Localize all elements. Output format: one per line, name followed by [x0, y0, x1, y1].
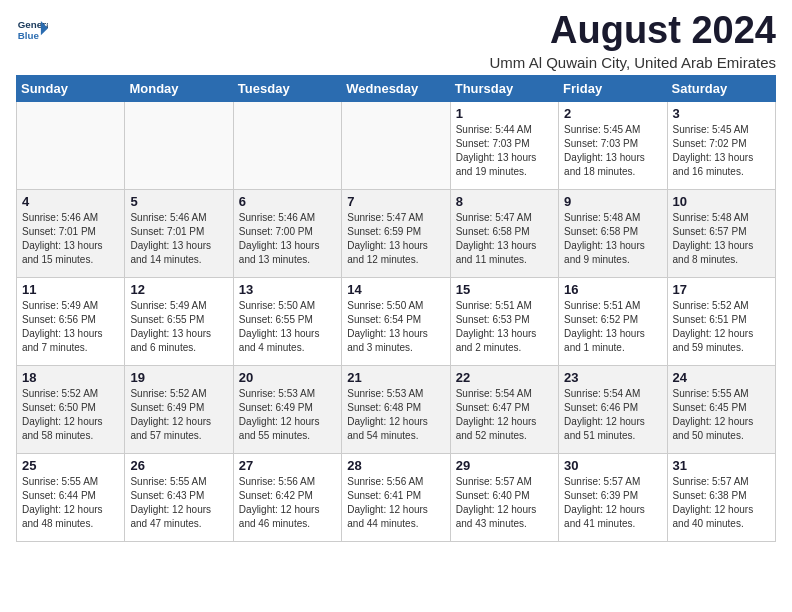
calendar-cell: 1Sunrise: 5:44 AM Sunset: 7:03 PM Daylig…	[450, 101, 558, 189]
calendar-cell: 15Sunrise: 5:51 AM Sunset: 6:53 PM Dayli…	[450, 277, 558, 365]
calendar-cell: 21Sunrise: 5:53 AM Sunset: 6:48 PM Dayli…	[342, 365, 450, 453]
day-info: Sunrise: 5:48 AM Sunset: 6:57 PM Dayligh…	[673, 211, 770, 267]
calendar-cell: 18Sunrise: 5:52 AM Sunset: 6:50 PM Dayli…	[17, 365, 125, 453]
calendar-cell: 20Sunrise: 5:53 AM Sunset: 6:49 PM Dayli…	[233, 365, 341, 453]
day-info: Sunrise: 5:46 AM Sunset: 7:00 PM Dayligh…	[239, 211, 336, 267]
day-number: 21	[347, 370, 444, 385]
calendar-week-row: 1Sunrise: 5:44 AM Sunset: 7:03 PM Daylig…	[17, 101, 776, 189]
month-year-title: August 2024	[490, 10, 776, 52]
day-number: 30	[564, 458, 661, 473]
day-number: 5	[130, 194, 227, 209]
calendar-cell: 13Sunrise: 5:50 AM Sunset: 6:55 PM Dayli…	[233, 277, 341, 365]
calendar-cell	[342, 101, 450, 189]
day-info: Sunrise: 5:54 AM Sunset: 6:47 PM Dayligh…	[456, 387, 553, 443]
calendar-table: SundayMondayTuesdayWednesdayThursdayFrid…	[16, 75, 776, 542]
weekday-header-friday: Friday	[559, 75, 667, 101]
day-number: 19	[130, 370, 227, 385]
day-number: 1	[456, 106, 553, 121]
day-info: Sunrise: 5:50 AM Sunset: 6:54 PM Dayligh…	[347, 299, 444, 355]
calendar-cell: 7Sunrise: 5:47 AM Sunset: 6:59 PM Daylig…	[342, 189, 450, 277]
svg-text:Blue: Blue	[18, 30, 40, 41]
logo: General Blue	[16, 10, 48, 46]
day-number: 14	[347, 282, 444, 297]
day-number: 8	[456, 194, 553, 209]
day-number: 6	[239, 194, 336, 209]
calendar-body: 1Sunrise: 5:44 AM Sunset: 7:03 PM Daylig…	[17, 101, 776, 541]
day-info: Sunrise: 5:46 AM Sunset: 7:01 PM Dayligh…	[22, 211, 119, 267]
day-info: Sunrise: 5:53 AM Sunset: 6:49 PM Dayligh…	[239, 387, 336, 443]
day-info: Sunrise: 5:51 AM Sunset: 6:53 PM Dayligh…	[456, 299, 553, 355]
day-info: Sunrise: 5:57 AM Sunset: 6:39 PM Dayligh…	[564, 475, 661, 531]
day-info: Sunrise: 5:48 AM Sunset: 6:58 PM Dayligh…	[564, 211, 661, 267]
day-number: 31	[673, 458, 770, 473]
calendar-cell: 11Sunrise: 5:49 AM Sunset: 6:56 PM Dayli…	[17, 277, 125, 365]
calendar-cell: 19Sunrise: 5:52 AM Sunset: 6:49 PM Dayli…	[125, 365, 233, 453]
calendar-cell: 31Sunrise: 5:57 AM Sunset: 6:38 PM Dayli…	[667, 453, 775, 541]
day-info: Sunrise: 5:49 AM Sunset: 6:56 PM Dayligh…	[22, 299, 119, 355]
day-number: 26	[130, 458, 227, 473]
day-info: Sunrise: 5:46 AM Sunset: 7:01 PM Dayligh…	[130, 211, 227, 267]
day-number: 16	[564, 282, 661, 297]
day-info: Sunrise: 5:55 AM Sunset: 6:45 PM Dayligh…	[673, 387, 770, 443]
logo-icon: General Blue	[16, 14, 48, 46]
day-info: Sunrise: 5:56 AM Sunset: 6:42 PM Dayligh…	[239, 475, 336, 531]
day-info: Sunrise: 5:55 AM Sunset: 6:44 PM Dayligh…	[22, 475, 119, 531]
day-number: 22	[456, 370, 553, 385]
day-info: Sunrise: 5:57 AM Sunset: 6:40 PM Dayligh…	[456, 475, 553, 531]
day-info: Sunrise: 5:51 AM Sunset: 6:52 PM Dayligh…	[564, 299, 661, 355]
calendar-week-row: 11Sunrise: 5:49 AM Sunset: 6:56 PM Dayli…	[17, 277, 776, 365]
weekday-header-tuesday: Tuesday	[233, 75, 341, 101]
day-number: 15	[456, 282, 553, 297]
calendar-cell	[125, 101, 233, 189]
day-info: Sunrise: 5:47 AM Sunset: 6:59 PM Dayligh…	[347, 211, 444, 267]
page-header: General Blue August 2024 Umm Al Quwain C…	[16, 10, 776, 71]
day-info: Sunrise: 5:55 AM Sunset: 6:43 PM Dayligh…	[130, 475, 227, 531]
calendar-cell: 5Sunrise: 5:46 AM Sunset: 7:01 PM Daylig…	[125, 189, 233, 277]
day-number: 18	[22, 370, 119, 385]
calendar-cell: 22Sunrise: 5:54 AM Sunset: 6:47 PM Dayli…	[450, 365, 558, 453]
calendar-week-row: 25Sunrise: 5:55 AM Sunset: 6:44 PM Dayli…	[17, 453, 776, 541]
calendar-cell: 23Sunrise: 5:54 AM Sunset: 6:46 PM Dayli…	[559, 365, 667, 453]
calendar-week-row: 4Sunrise: 5:46 AM Sunset: 7:01 PM Daylig…	[17, 189, 776, 277]
day-info: Sunrise: 5:44 AM Sunset: 7:03 PM Dayligh…	[456, 123, 553, 179]
calendar-cell: 16Sunrise: 5:51 AM Sunset: 6:52 PM Dayli…	[559, 277, 667, 365]
title-area: August 2024 Umm Al Quwain City, United A…	[490, 10, 776, 71]
calendar-cell: 10Sunrise: 5:48 AM Sunset: 6:57 PM Dayli…	[667, 189, 775, 277]
day-number: 3	[673, 106, 770, 121]
calendar-cell: 14Sunrise: 5:50 AM Sunset: 6:54 PM Dayli…	[342, 277, 450, 365]
calendar-week-row: 18Sunrise: 5:52 AM Sunset: 6:50 PM Dayli…	[17, 365, 776, 453]
calendar-cell: 26Sunrise: 5:55 AM Sunset: 6:43 PM Dayli…	[125, 453, 233, 541]
day-number: 20	[239, 370, 336, 385]
day-number: 27	[239, 458, 336, 473]
weekday-header-sunday: Sunday	[17, 75, 125, 101]
weekday-header-wednesday: Wednesday	[342, 75, 450, 101]
day-info: Sunrise: 5:57 AM Sunset: 6:38 PM Dayligh…	[673, 475, 770, 531]
calendar-cell	[17, 101, 125, 189]
calendar-cell: 27Sunrise: 5:56 AM Sunset: 6:42 PM Dayli…	[233, 453, 341, 541]
day-number: 23	[564, 370, 661, 385]
day-number: 10	[673, 194, 770, 209]
calendar-cell: 28Sunrise: 5:56 AM Sunset: 6:41 PM Dayli…	[342, 453, 450, 541]
day-number: 28	[347, 458, 444, 473]
calendar-cell: 9Sunrise: 5:48 AM Sunset: 6:58 PM Daylig…	[559, 189, 667, 277]
day-info: Sunrise: 5:45 AM Sunset: 7:02 PM Dayligh…	[673, 123, 770, 179]
day-info: Sunrise: 5:52 AM Sunset: 6:50 PM Dayligh…	[22, 387, 119, 443]
day-info: Sunrise: 5:45 AM Sunset: 7:03 PM Dayligh…	[564, 123, 661, 179]
calendar-cell: 17Sunrise: 5:52 AM Sunset: 6:51 PM Dayli…	[667, 277, 775, 365]
calendar-cell	[233, 101, 341, 189]
day-info: Sunrise: 5:50 AM Sunset: 6:55 PM Dayligh…	[239, 299, 336, 355]
weekday-header-thursday: Thursday	[450, 75, 558, 101]
calendar-cell: 29Sunrise: 5:57 AM Sunset: 6:40 PM Dayli…	[450, 453, 558, 541]
calendar-header: SundayMondayTuesdayWednesdayThursdayFrid…	[17, 75, 776, 101]
calendar-cell: 8Sunrise: 5:47 AM Sunset: 6:58 PM Daylig…	[450, 189, 558, 277]
day-number: 24	[673, 370, 770, 385]
calendar-cell: 25Sunrise: 5:55 AM Sunset: 6:44 PM Dayli…	[17, 453, 125, 541]
day-info: Sunrise: 5:49 AM Sunset: 6:55 PM Dayligh…	[130, 299, 227, 355]
day-info: Sunrise: 5:54 AM Sunset: 6:46 PM Dayligh…	[564, 387, 661, 443]
day-number: 29	[456, 458, 553, 473]
calendar-cell: 2Sunrise: 5:45 AM Sunset: 7:03 PM Daylig…	[559, 101, 667, 189]
day-info: Sunrise: 5:56 AM Sunset: 6:41 PM Dayligh…	[347, 475, 444, 531]
day-number: 17	[673, 282, 770, 297]
day-info: Sunrise: 5:53 AM Sunset: 6:48 PM Dayligh…	[347, 387, 444, 443]
day-info: Sunrise: 5:47 AM Sunset: 6:58 PM Dayligh…	[456, 211, 553, 267]
